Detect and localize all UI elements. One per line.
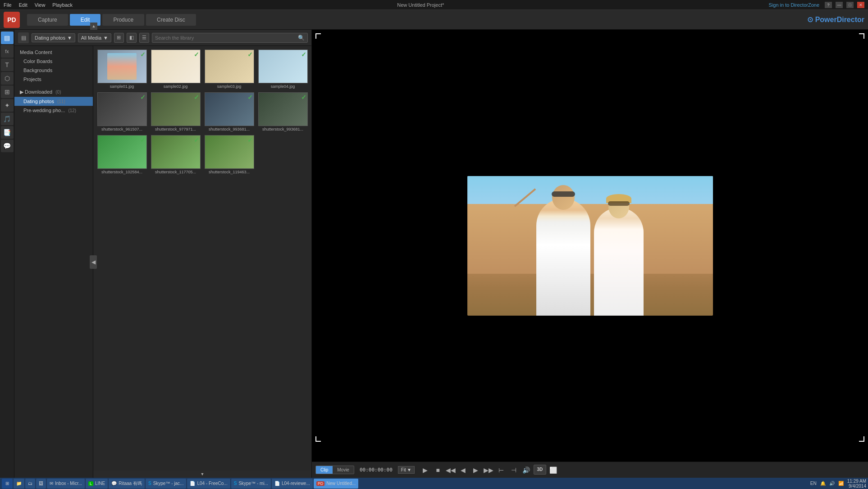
ritaaa-button[interactable]: 💬 Ritaaa 有嗎: [109, 479, 145, 489]
skype1-button[interactable]: S Skype™ - jac...: [146, 479, 186, 489]
tree-item-downloaded[interactable]: ▶ Downloaded (0): [14, 87, 93, 97]
tree-item-backgrounds[interactable]: Backgrounds: [14, 66, 93, 75]
maximize-button[interactable]: □: [846, 2, 854, 8]
next-button[interactable]: ▶: [471, 465, 481, 475]
l04-review-icon: 📄: [274, 481, 280, 486]
search-input[interactable]: [155, 35, 298, 41]
chevron-down-icon: ▼: [67, 35, 72, 41]
tree-item-media-content[interactable]: Media Content: [14, 48, 93, 57]
image-viewer-button[interactable]: 🖼: [36, 479, 46, 489]
tree-item-projects[interactable]: Projects: [14, 75, 93, 84]
sidebar-icon-media[interactable]: ▤: [1, 32, 14, 44]
list-item[interactable]: ✓ shutterstock_117705...: [151, 135, 201, 174]
list-item[interactable]: ✓ shutterstock_119463...: [204, 135, 254, 174]
sidebar-icon-transition[interactable]: ⬡: [1, 72, 14, 85]
list-item[interactable]: ✓ sample02.jpg: [151, 50, 201, 89]
preview-controls-bar: Clip Movie 00:00:00:00 Fit ▼ ▶ ■ ◀◀ ◀ ▶ …: [312, 462, 868, 478]
prev-frame-button[interactable]: ◀◀: [445, 465, 456, 475]
taskbar-left: ⊞ 📁 🗂 🖼 ✉ Inbox - Micr... L LINE 💬 Ritaa…: [2, 479, 358, 489]
mark-out-button[interactable]: ⊣: [508, 465, 519, 475]
line-button[interactable]: L LINE: [86, 479, 108, 489]
next-frame-button[interactable]: ▶▶: [483, 465, 494, 475]
clip-button[interactable]: Clip: [316, 466, 333, 474]
sidebar-icon-pip[interactable]: ⊞: [1, 86, 14, 98]
sidebar-icon-subtitle[interactable]: 💬: [1, 140, 14, 152]
type-dropdown[interactable]: All Media ▼: [78, 33, 111, 42]
check-mark: ✓: [194, 51, 199, 58]
list-view-button[interactable]: ☰: [139, 33, 149, 43]
sidebar-icon-particle[interactable]: ✦: [1, 99, 14, 112]
fit-dropdown[interactable]: Fit ▼: [398, 466, 415, 474]
media-filename: sample01.jpg: [97, 84, 147, 89]
l04-review-button[interactable]: 📄 L04-reviewe...: [272, 479, 313, 489]
movie-button[interactable]: Movie: [333, 466, 354, 474]
tree-item-dating-photos[interactable]: Dating photos (11): [14, 97, 93, 106]
list-item[interactable]: ✓ sample01.jpg: [97, 50, 147, 89]
sidebar-icon-chapter[interactable]: 📑: [1, 126, 14, 139]
tab-create-disc[interactable]: Create Disc: [146, 14, 196, 26]
powerdirector-logo: ⊙ PowerDirector: [807, 15, 864, 24]
check-mark: ✓: [194, 136, 199, 144]
panel-collapse-arrow[interactable]: ◀: [90, 255, 97, 269]
sidebar-icon-title[interactable]: T: [1, 59, 14, 71]
app-toolbar: PD Capture Edit Produce Create Disc ⊙ Po…: [0, 10, 868, 30]
tree-item-color-boards[interactable]: Color Boards: [14, 57, 93, 66]
close-button[interactable]: ✕: [857, 2, 864, 8]
menu-playback[interactable]: Playback: [52, 2, 73, 8]
search-icon[interactable]: 🔍: [298, 35, 305, 41]
file-explorer-button[interactable]: 📁: [14, 479, 24, 489]
play-pause-button[interactable]: ▶: [420, 465, 431, 475]
snapshot-button[interactable]: ⬜: [548, 465, 559, 475]
skype1-label: Skype™ - jac...: [153, 481, 184, 486]
check-mark: ✓: [247, 94, 253, 101]
grid-view-button[interactable]: ⊞: [114, 33, 124, 43]
mark-in-button[interactable]: ⊢: [496, 465, 507, 475]
minimize-button[interactable]: —: [836, 2, 843, 8]
folder-button[interactable]: 🗂: [25, 479, 35, 489]
sidebar-icons: ▤ fx T ⬡ ⊞ ✦ 🎵 📑 💬: [0, 30, 14, 478]
album-dropdown[interactable]: Dating photos ▼: [32, 33, 75, 42]
skype2-button[interactable]: S Skype™ - mi...: [231, 479, 271, 489]
inbox-button[interactable]: ✉ Inbox - Micr...: [47, 479, 85, 489]
media-thumbnail: ✓: [97, 135, 147, 169]
menu-view[interactable]: View: [35, 2, 46, 8]
stop-button[interactable]: ■: [433, 465, 443, 475]
start-button[interactable]: ⊞: [2, 479, 13, 489]
scroll-down-arrow[interactable]: ▼: [93, 471, 311, 478]
nav-tabs: Capture Edit Produce Create Disc: [27, 14, 196, 26]
size-slider[interactable]: ◧: [127, 33, 137, 43]
media-thumbnail: ✓: [151, 92, 201, 126]
list-item[interactable]: ✓ shutterstock_102584...: [97, 135, 147, 174]
sign-in-link[interactable]: Sign in to DirectorZone: [769, 2, 820, 8]
new-untitled-button[interactable]: PD New Untitled...: [314, 479, 359, 489]
tree-item-prewedding[interactable]: Pre-wedding pho... (12): [14, 106, 93, 115]
preview-corner-tr: [859, 33, 864, 39]
sidebar-icon-audio[interactable]: 🎵: [1, 113, 14, 125]
media-filename: shutterstock_117705...: [151, 170, 201, 174]
media-filename: sample04.jpg: [258, 84, 308, 89]
menu-file[interactable]: File: [4, 2, 12, 8]
list-item[interactable]: ✓ sample03.jpg: [204, 50, 254, 89]
media-filename: sample03.jpg: [205, 84, 254, 89]
list-item[interactable]: ✓ sample04.jpg: [258, 50, 308, 89]
preview-corner-br: [859, 436, 864, 442]
3d-button[interactable]: 3D: [534, 465, 546, 475]
playback-controls: ▶ ■ ◀◀ ◀ ▶ ▶▶ ⊢ ⊣ 🔊 3D ⬜: [420, 465, 559, 475]
list-item[interactable]: ✓ shutterstock_993681...: [258, 92, 308, 131]
inbox-label: Inbox - Micr...: [55, 481, 82, 486]
tab-capture[interactable]: Capture: [27, 14, 68, 26]
menu-edit[interactable]: Edit: [19, 2, 27, 8]
list-item[interactable]: ✓ shutterstock_961507...: [97, 92, 147, 131]
l04-review-label: L04-reviewe...: [282, 481, 310, 486]
sidebar-icon-fx[interactable]: fx: [1, 45, 14, 58]
help-button[interactable]: ?: [825, 2, 832, 8]
check-mark: ✓: [301, 94, 306, 101]
list-item[interactable]: ✓ shutterstock_993681...: [204, 92, 254, 131]
tab-produce[interactable]: Produce: [102, 14, 144, 26]
media-thumbnail: ✓: [258, 92, 308, 126]
volume-button[interactable]: 🔊: [521, 465, 532, 475]
prev-button[interactable]: ◀: [458, 465, 469, 475]
window-controls: ? — □ ✕: [825, 2, 864, 8]
l04-free-button[interactable]: 📄 L04 - FreeCo...: [187, 479, 230, 489]
list-item[interactable]: ✓ shutterstock_977971...: [151, 92, 201, 131]
